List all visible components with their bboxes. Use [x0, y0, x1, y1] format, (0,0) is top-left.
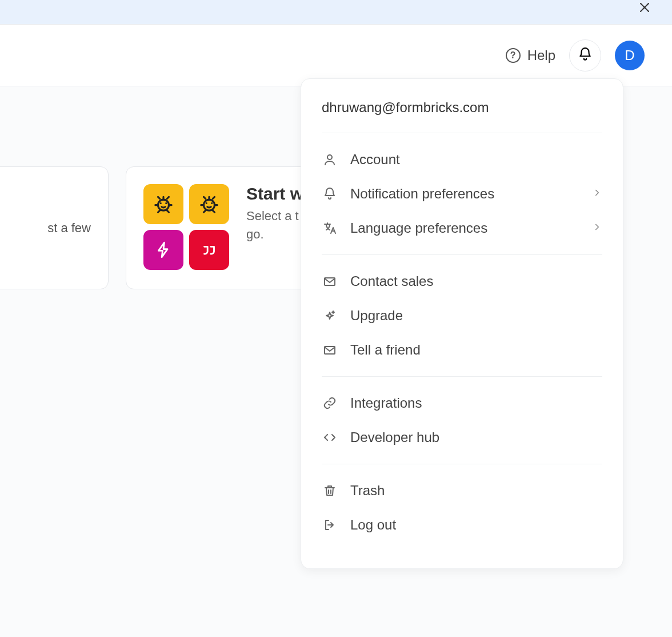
menu-label: Developer hub [350, 429, 602, 445]
menu-label: Log out [350, 517, 602, 533]
svg-point-2 [327, 155, 332, 160]
language-icon [322, 221, 338, 235]
menu-logout[interactable]: Log out [322, 508, 602, 542]
bolt-icon [143, 230, 183, 270]
chevron-right-icon [592, 188, 602, 200]
help-button[interactable]: ? Help [506, 47, 555, 63]
dropdown-group: Account Notification preferences Languag… [322, 133, 602, 254]
notifications-button[interactable] [569, 39, 601, 71]
info-banner [0, 0, 672, 25]
dropdown-group: Contact sales Upgrade Tell a friend [322, 255, 602, 376]
account-dropdown: dhruwang@formbricks.com Account Notifica… [301, 78, 623, 569]
mail-icon [322, 274, 338, 288]
menu-label: Account [350, 152, 602, 168]
avatar[interactable]: D [615, 41, 645, 70]
bell-icon [578, 47, 593, 64]
menu-label: Notification preferences [350, 186, 579, 202]
card-template-line2: go. [246, 225, 303, 244]
bug-icon [189, 184, 229, 224]
dropdown-group: Trash Log out [322, 464, 602, 551]
help-icon: ? [506, 48, 521, 63]
svg-point-0 [158, 200, 169, 210]
user-icon [322, 153, 338, 166]
card-left-text: st a few [47, 184, 91, 237]
menu-trash[interactable]: Trash [322, 473, 602, 508]
card-template-text: Start w Select a t go. [246, 184, 303, 244]
avatar-initial: D [625, 47, 634, 63]
menu-upgrade[interactable]: Upgrade [322, 298, 602, 333]
menu-contact-sales[interactable]: Contact sales [322, 264, 602, 298]
dropdown-group: Integrations Developer hub [322, 377, 602, 464]
menu-label: Language preferences [350, 220, 579, 236]
menu-language-preferences[interactable]: Language preferences [322, 211, 602, 245]
menu-label: Integrations [350, 395, 602, 411]
chevron-right-icon [592, 222, 602, 234]
trash-icon [322, 484, 338, 497]
menu-account[interactable]: Account [322, 142, 602, 177]
menu-label: Upgrade [350, 308, 602, 324]
dropdown-email: dhruwang@formbricks.com [322, 99, 602, 133]
bug-icon [143, 184, 183, 224]
close-icon[interactable] [638, 0, 651, 18]
card-template-line1: Select a t [246, 207, 303, 225]
menu-label: Trash [350, 483, 602, 499]
svg-point-1 [204, 200, 215, 210]
menu-label: Contact sales [350, 273, 602, 289]
card-template-title: Start w [246, 184, 303, 204]
template-tiles [143, 184, 229, 270]
sparkle-icon [322, 309, 338, 323]
link-icon [322, 396, 338, 410]
mail-icon [322, 343, 338, 357]
code-icon [322, 431, 338, 444]
card-left[interactable]: st a few [0, 166, 109, 289]
bell-icon [322, 187, 338, 201]
menu-integrations[interactable]: Integrations [322, 386, 602, 420]
menu-label: Tell a friend [350, 342, 602, 358]
logout-icon [322, 518, 338, 532]
help-label: Help [527, 47, 555, 63]
menu-notification-preferences[interactable]: Notification preferences [322, 177, 602, 211]
quote-icon [189, 230, 229, 270]
menu-developer-hub[interactable]: Developer hub [322, 420, 602, 455]
top-bar: ? Help D [0, 25, 672, 86]
menu-tell-a-friend[interactable]: Tell a friend [322, 333, 602, 367]
